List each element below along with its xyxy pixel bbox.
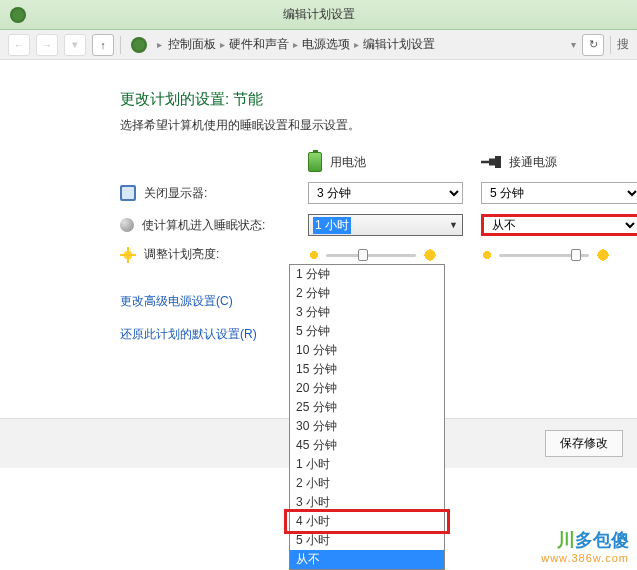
selected-value: 1 小时 (313, 217, 351, 234)
sleep-plugged-select[interactable]: 从不 (481, 214, 637, 236)
forward-button[interactable]: → (36, 34, 58, 56)
sleep-battery-select[interactable]: 1 小时 ▼ (308, 214, 463, 236)
column-label: 用电池 (330, 154, 366, 171)
watermark-logo: 川多包傻 (541, 528, 629, 552)
breadcrumb-item[interactable]: 控制面板 (168, 36, 216, 53)
page-subtext: 选择希望计算机使用的睡眠设置和显示设置。 (120, 117, 597, 134)
search-label: 搜 (617, 36, 629, 53)
refresh-button[interactable]: ↻ (582, 34, 604, 56)
back-button[interactable]: ← (8, 34, 30, 56)
chevron-right-icon: ▸ (157, 39, 162, 50)
brightness-battery-slider[interactable] (326, 247, 416, 263)
location-icon (131, 37, 147, 53)
row-sleep: 使计算机进入睡眠状态: (120, 217, 290, 234)
dropdown-option[interactable]: 2 分钟 (290, 284, 444, 303)
slider-thumb[interactable] (358, 249, 368, 261)
slider-track (326, 254, 416, 257)
column-header-plugged: 接通电源 (481, 154, 637, 171)
sun-small-icon (481, 249, 493, 261)
dropdown-option[interactable]: 从不 (290, 550, 444, 569)
dropdown-option[interactable]: 1 小时 (290, 455, 444, 474)
watermark: 川多包傻 www.386w.com (541, 528, 629, 564)
brightness-plugged-cell (481, 247, 637, 263)
dropdown-option[interactable]: 10 分钟 (290, 341, 444, 360)
sun-large-icon (422, 247, 438, 263)
dropdown-option[interactable]: 3 分钟 (290, 303, 444, 322)
slider-thumb[interactable] (571, 249, 581, 261)
breadcrumb-expand-icon[interactable]: ▾ (571, 39, 576, 50)
dropdown-option[interactable]: 4 小时 (290, 512, 444, 531)
dropdown-option[interactable]: 25 分钟 (290, 398, 444, 417)
settings-grid: . 用电池 接通电源 关闭显示器: 3 分钟 5 分钟 使计算机进入睡眠状态: … (120, 152, 597, 263)
plug-icon (481, 156, 501, 168)
page-heading: 更改计划的设置: 节能 (120, 90, 597, 109)
window-titlebar: 编辑计划设置 (0, 0, 637, 30)
separator (120, 36, 121, 54)
history-dropdown-button[interactable]: ▾ (64, 34, 86, 56)
row-brightness: 调整计划亮度: (120, 246, 290, 263)
up-button[interactable]: ↑ (92, 34, 114, 56)
dropdown-option[interactable]: 20 分钟 (290, 379, 444, 398)
column-header-battery: 用电池 (308, 152, 463, 172)
dropdown-option[interactable]: 1 分钟 (290, 265, 444, 284)
row-label-text: 调整计划亮度: (144, 246, 219, 263)
brightness-icon (120, 247, 136, 263)
dropdown-option[interactable]: 30 分钟 (290, 417, 444, 436)
column-label: 接通电源 (509, 154, 557, 171)
dropdown-option[interactable]: 5 小时 (290, 531, 444, 550)
sun-large-icon (595, 247, 611, 263)
row-label-text: 使计算机进入睡眠状态: (142, 217, 265, 234)
dropdown-option[interactable]: 45 分钟 (290, 436, 444, 455)
breadcrumb-item[interactable]: 硬件和声音 (229, 36, 289, 53)
dropdown-option[interactable]: 2 小时 (290, 474, 444, 493)
power-options-icon (10, 7, 26, 23)
nav-toolbar: ← → ▾ ↑ ▸ 控制面板▸ 硬件和声音▸ 电源选项▸ 编辑计划设置 ▾ ↻ … (0, 30, 637, 60)
row-display-off: 关闭显示器: (120, 185, 290, 202)
chevron-right-icon: ▸ (354, 39, 359, 50)
breadcrumb-item[interactable]: 编辑计划设置 (363, 36, 435, 53)
monitor-icon (120, 185, 136, 201)
separator (610, 36, 611, 54)
watermark-url: www.386w.com (541, 552, 629, 564)
dropdown-option[interactable]: 5 分钟 (290, 322, 444, 341)
breadcrumb-item[interactable]: 电源选项 (302, 36, 350, 53)
window-title: 编辑计划设置 (283, 6, 355, 23)
save-button[interactable]: 保存修改 (545, 430, 623, 457)
chevron-right-icon: ▸ (293, 39, 298, 50)
chevron-right-icon: ▸ (220, 39, 225, 50)
brightness-battery-cell (308, 247, 463, 263)
dropdown-option[interactable]: 3 小时 (290, 493, 444, 512)
display-off-battery-select[interactable]: 3 分钟 (308, 182, 463, 204)
sun-small-icon (308, 249, 320, 261)
sleep-battery-dropdown-list[interactable]: 1 分钟2 分钟3 分钟5 分钟10 分钟15 分钟20 分钟25 分钟30 分… (289, 264, 445, 570)
dropdown-option[interactable]: 15 分钟 (290, 360, 444, 379)
moon-icon (120, 218, 134, 232)
row-label-text: 关闭显示器: (144, 185, 207, 202)
chevron-down-icon: ▼ (449, 220, 462, 230)
brightness-plugged-slider[interactable] (499, 247, 589, 263)
battery-icon (308, 152, 322, 172)
breadcrumb: 控制面板▸ 硬件和声音▸ 电源选项▸ 编辑计划设置 (168, 36, 435, 53)
display-off-plugged-select[interactable]: 5 分钟 (481, 182, 637, 204)
